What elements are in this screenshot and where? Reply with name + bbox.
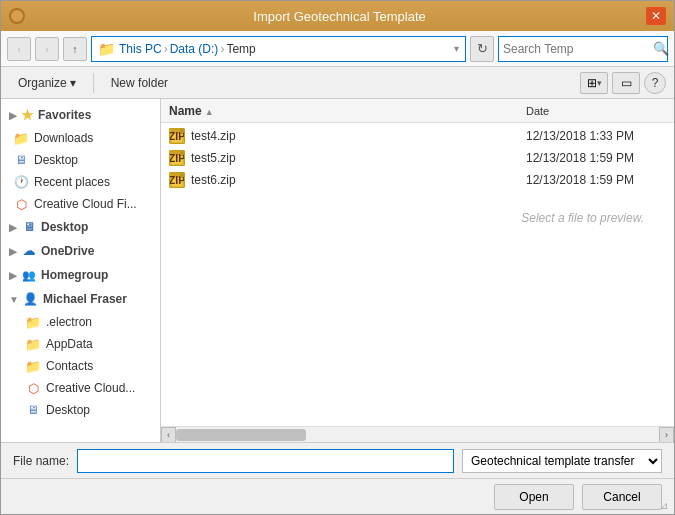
- h-scroll-track[interactable]: [176, 427, 659, 443]
- filename-label: File name:: [13, 454, 69, 468]
- sidebar-item-label: OneDrive: [41, 244, 94, 258]
- favorites-star-icon: ★: [21, 107, 34, 123]
- file-date: 12/13/2018 1:59 PM: [526, 151, 666, 165]
- title-bar: Import Geotechnical Template ✕: [1, 1, 674, 31]
- search-icon: 🔍: [653, 41, 669, 56]
- sidebar-item-recent[interactable]: 🕐 Recent places: [1, 171, 160, 193]
- help-icon: ?: [652, 76, 659, 90]
- sidebar-onedrive-section[interactable]: ▶ ☁ OneDrive: [1, 239, 160, 263]
- sidebar-item-label: AppData: [46, 337, 93, 351]
- file-date: 12/13/2018 1:33 PM: [526, 129, 666, 143]
- sidebar-item-contacts[interactable]: 📁 Contacts: [1, 355, 160, 377]
- preview-text: Select a file to preview.: [521, 211, 644, 225]
- sidebar-item-electron[interactable]: 📁 .electron: [1, 311, 160, 333]
- sidebar-item-downloads[interactable]: 📁 Downloads: [1, 127, 160, 149]
- col-date-header[interactable]: Date: [526, 105, 666, 117]
- svg-text:ZIP: ZIP: [170, 130, 184, 142]
- breadcrumb-temp[interactable]: Temp: [226, 42, 255, 56]
- new-folder-label: New folder: [111, 76, 168, 90]
- sidebar-item-label: Creative Cloud Fi...: [34, 197, 137, 211]
- resize-grip[interactable]: ⊿: [660, 500, 672, 512]
- file-row[interactable]: ZIP test4.zip 12/13/2018 1:33 PM: [161, 125, 674, 147]
- appdata-icon: 📁: [25, 336, 41, 352]
- file-list-header: Name ▲ Date: [161, 99, 674, 123]
- file-area: ZIP test4.zip 12/13/2018 1:33 PM ZIP: [161, 123, 674, 426]
- help-button[interactable]: ?: [644, 72, 666, 94]
- homegroup-triangle-icon: ▶: [9, 270, 17, 281]
- desktop-section-icon: 🖥: [21, 219, 37, 235]
- folder-icon: 📁: [98, 41, 115, 57]
- file-row[interactable]: ZIP test6.zip 12/13/2018 1:59 PM: [161, 169, 674, 191]
- dialog-window: Import Geotechnical Template ✕ ‹ › ↑ 📁 T…: [0, 0, 675, 515]
- view-button[interactable]: ⊞ ▾: [580, 72, 608, 94]
- breadcrumb-data[interactable]: Data (D:): [170, 42, 219, 56]
- refresh-button[interactable]: ↻: [470, 36, 494, 62]
- window-icon: [9, 8, 25, 24]
- sidebar-michael-fraser-section[interactable]: ▼ 👤 Michael Fraser: [1, 287, 160, 311]
- up-button[interactable]: ↑: [63, 37, 87, 61]
- contacts-icon: 📁: [25, 358, 41, 374]
- file-row[interactable]: ZIP test5.zip 12/13/2018 1:59 PM: [161, 147, 674, 169]
- cancel-button[interactable]: Cancel: [582, 484, 662, 510]
- left-panel: ▶ ★ Favorites 📁 Downloads 🖥 Desktop 🕐 Re…: [1, 99, 161, 442]
- sidebar-item-label: Desktop: [46, 403, 90, 417]
- open-button[interactable]: Open: [494, 484, 574, 510]
- downloads-folder-icon: 📁: [13, 130, 29, 146]
- h-scroll-left-button[interactable]: ‹: [161, 427, 176, 443]
- sidebar-item-appdata[interactable]: 📁 AppData: [1, 333, 160, 355]
- mf-user-icon: 👤: [23, 291, 39, 307]
- filename-bar: File name: Geotechnical template transfe…: [1, 442, 674, 478]
- breadcrumb-thispc[interactable]: This PC: [119, 42, 162, 56]
- panel-icon: ▭: [621, 76, 632, 90]
- h-scroll-right-button[interactable]: ›: [659, 427, 674, 443]
- recent-places-icon: 🕐: [13, 174, 29, 190]
- right-panel: Name ▲ Date ZIP test4.zip 12/1: [161, 99, 674, 442]
- toolbar: Organize ▾ New folder ⊞ ▾ ▭ ?: [1, 67, 674, 99]
- view-icon: ⊞: [587, 76, 597, 90]
- sidebar-item-creative-cloud[interactable]: ⬡ Creative Cloud...: [1, 377, 160, 399]
- zip-icon: ZIP: [169, 128, 185, 144]
- col-name-header[interactable]: Name ▲: [169, 104, 526, 118]
- view-dropdown-icon: ▾: [597, 78, 602, 88]
- desktop-section-triangle-icon: ▶: [9, 222, 17, 233]
- view-options: ⊞ ▾ ▭ ?: [580, 72, 666, 94]
- forward-button[interactable]: ›: [35, 37, 59, 61]
- address-bar: ‹ › ↑ 📁 This PC › Data (D:) › Temp ▾ ↻ 🔍: [1, 31, 674, 67]
- svg-text:ZIP: ZIP: [170, 152, 184, 164]
- filetype-select[interactable]: Geotechnical template transfer: [462, 449, 662, 473]
- h-scroll-thumb[interactable]: [176, 429, 306, 441]
- back-button[interactable]: ‹: [7, 37, 31, 61]
- new-folder-button[interactable]: New folder: [102, 71, 177, 95]
- sidebar-homegroup-section[interactable]: ▶ 👥 Homegroup: [1, 263, 160, 287]
- svg-text:ZIP: ZIP: [170, 174, 184, 186]
- sidebar-item-label: Downloads: [34, 131, 93, 145]
- sidebar-item-label: Contacts: [46, 359, 93, 373]
- file-name: test4.zip: [191, 129, 520, 143]
- favorites-triangle-icon: ▶: [9, 110, 17, 121]
- zip-icon: ZIP: [169, 172, 185, 188]
- window-title: Import Geotechnical Template: [33, 9, 646, 24]
- close-button[interactable]: ✕: [646, 7, 666, 25]
- search-input[interactable]: [503, 42, 653, 56]
- favorites-section[interactable]: ▶ ★ Favorites: [1, 103, 160, 127]
- search-box: 🔍: [498, 36, 668, 62]
- sidebar-item-desktop-fav[interactable]: 🖥 Desktop: [1, 149, 160, 171]
- sidebar-item-label: Recent places: [34, 175, 110, 189]
- horizontal-scrollbar[interactable]: ‹ ›: [161, 426, 674, 442]
- file-date: 12/13/2018 1:59 PM: [526, 173, 666, 187]
- breadcrumb: 📁 This PC › Data (D:) › Temp ▾: [91, 36, 466, 62]
- sidebar-desktop-section[interactable]: ▶ 🖥 Desktop: [1, 215, 160, 239]
- sidebar-item-label: Michael Fraser: [43, 292, 127, 306]
- desktop-fav-icon: 🖥: [13, 152, 29, 168]
- organize-button[interactable]: Organize ▾: [9, 71, 85, 95]
- sidebar-item-label: .electron: [46, 315, 92, 329]
- filename-input[interactable]: [77, 449, 454, 473]
- preview-area: Select a file to preview.: [161, 191, 674, 225]
- sidebar-item-desktop-mf[interactable]: 🖥 Desktop: [1, 399, 160, 421]
- panel-button[interactable]: ▭: [612, 72, 640, 94]
- file-name: test6.zip: [191, 173, 520, 187]
- dropdown-arrow-icon: ▾: [454, 43, 459, 54]
- cc-icon: ⬡: [25, 380, 41, 396]
- sidebar-item-creative-cloud-fav[interactable]: ⬡ Creative Cloud Fi...: [1, 193, 160, 215]
- zip-icon: ZIP: [169, 150, 185, 166]
